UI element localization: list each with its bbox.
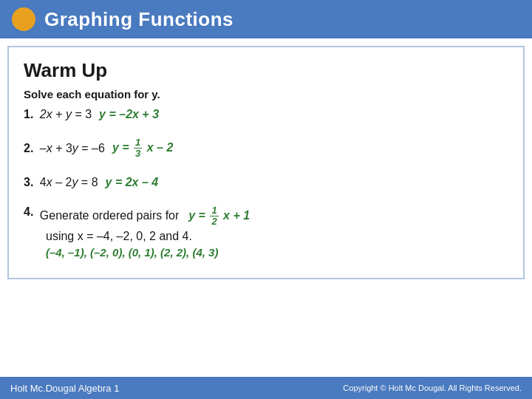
problem-2-text: –x + 3y = –6 xyxy=(40,142,105,155)
problem-2-number: 2. xyxy=(24,142,33,155)
problem-4-formula: y = 1 2 x + 1 xyxy=(188,209,250,222)
footer: Holt Mc.Dougal Algebra 1 Copyright © Hol… xyxy=(0,377,532,399)
footer-left: Holt Mc.Dougal Algebra 1 xyxy=(10,383,119,394)
problem-3: 3. 4x – 2y = 8 y = 2x – 4 xyxy=(24,176,508,189)
instruction: Solve each equation for y. xyxy=(24,88,508,100)
problem-4-answer: (–4, –1), (–2, 0), (0, 1), (2, 2), (4, 3… xyxy=(24,246,508,259)
problem-4-using: using x = –4, –2, 0, 2 and 4. xyxy=(24,230,508,243)
problem-1-number: 1. xyxy=(24,108,33,121)
main-content: Warm Up Solve each equation for y. 1. 2x… xyxy=(7,46,525,279)
problem-4-intro: Generate ordered pairs for y = 1 2 x + 1 xyxy=(40,205,250,228)
header-icon xyxy=(12,7,35,31)
problem-3-text: 4x – 2y = 8 xyxy=(40,176,98,189)
header-title: Graphing Functions xyxy=(44,8,233,31)
problem-1-answer: y = –2x + 3 xyxy=(99,108,159,121)
footer-right: Copyright © Holt Mc Dougal. All Rights R… xyxy=(343,383,522,392)
problem-1: 1. 2x + y = 3 y = –2x + 3 xyxy=(24,108,508,121)
header: Graphing Functions xyxy=(0,0,532,38)
problem-1-text: 2x + y = 3 xyxy=(40,108,92,121)
problem-3-answer: y = 2x – 4 xyxy=(106,176,159,189)
problem-2: 2. –x + 3y = –6 y = 1 3 x – 2 xyxy=(24,137,508,160)
problem-2-answer: y = 1 3 x – 2 xyxy=(112,137,173,160)
problem-4: 4. Generate ordered pairs for y = 1 2 x … xyxy=(24,205,508,259)
problem-4-number: 4. xyxy=(24,205,33,219)
problem-3-number: 3. xyxy=(24,176,33,189)
warm-up-title: Warm Up xyxy=(24,59,508,82)
